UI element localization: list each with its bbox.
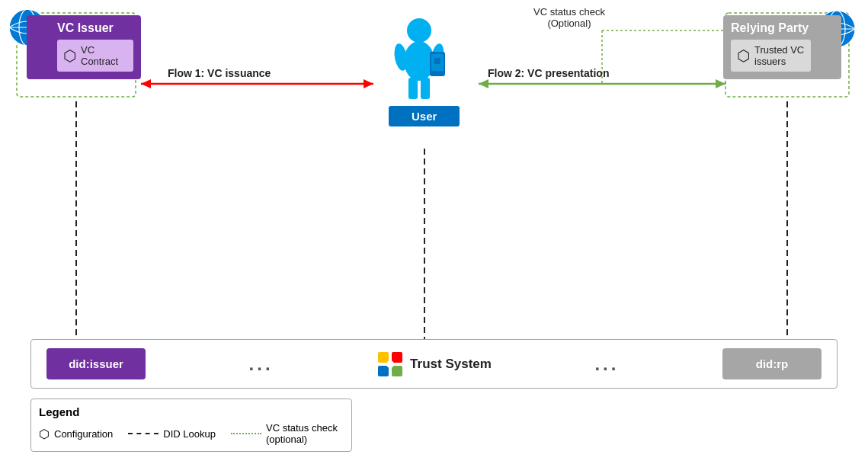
user-box: User [389, 15, 460, 126]
did-rp: did:rp [722, 348, 822, 379]
svg-marker-4 [364, 79, 373, 88]
trust-system-text: Trust System [410, 357, 492, 372]
legend-items: ⬡ Configuration DID Lookup VC status che… [39, 422, 338, 445]
vc-status-line1: VC status check [533, 6, 605, 18]
legend-cube-icon: ⬡ [39, 427, 50, 441]
vc-contract-icon: ⬡ [63, 46, 76, 65]
svg-rect-36 [392, 366, 402, 376]
trust-system-icon [376, 351, 404, 378]
legend-dotted-line [231, 433, 261, 434]
vc-issuer-box: VC Issuer ⬡ VC Contract [27, 15, 141, 79]
svg-marker-6 [479, 79, 488, 88]
vc-status-line2: (Optional) [533, 18, 605, 29]
trust-system-label: Trust System [376, 351, 492, 378]
svg-rect-35 [378, 366, 389, 376]
legend-box: Legend ⬡ Configuration DID Lookup VC sta… [30, 399, 352, 452]
trust-bar: did:issuer ... Trust System ... did:rp [30, 339, 838, 389]
dots-left: ... [249, 354, 274, 375]
trusted-vc-label: Trusted VC issuers [754, 44, 805, 67]
did-issuer: did:issuer [46, 348, 146, 379]
svg-point-24 [407, 18, 431, 43]
legend-config-label: Configuration [54, 428, 113, 440]
relying-party-box: Relying Party ⬡ Trusted VC issuers [723, 15, 841, 79]
user-label: User [389, 106, 460, 126]
legend-vc-status-label: VC status check(optional) [266, 422, 338, 445]
vc-contract-label: VC Contract [81, 44, 127, 67]
flow2-label: Flow 2: VC presentation [488, 67, 609, 79]
svg-rect-32 [421, 78, 430, 99]
user-figure-svg [390, 15, 459, 103]
legend-dashed-line [128, 433, 159, 434]
svg-marker-3 [141, 79, 151, 88]
legend-did-lookup: DID Lookup [128, 428, 216, 440]
svg-marker-7 [716, 79, 725, 88]
legend-did-label: DID Lookup [163, 428, 216, 440]
relying-party-label: Relying Party [731, 21, 809, 35]
svg-rect-30 [434, 58, 440, 64]
dots-right: ... [594, 354, 619, 375]
legend-configuration: ⬡ Configuration [39, 427, 113, 441]
vc-status-check-label: VC status check (Optional) [533, 6, 605, 29]
flow1-label: Flow 1: VC issuance [168, 67, 271, 79]
legend-title: Legend [39, 405, 338, 418]
svg-rect-34 [392, 352, 402, 363]
legend-vc-status: VC status check(optional) [231, 422, 338, 445]
trusted-vc-icon: ⬡ [737, 46, 750, 65]
svg-rect-33 [378, 352, 389, 363]
svg-point-37 [386, 360, 394, 368]
svg-rect-31 [408, 78, 418, 99]
diagram-container: VC Issuer ⬡ VC Contract Relying Party ⬡ … [0, 0, 868, 461]
vc-issuer-label: VC Issuer [57, 21, 114, 35]
